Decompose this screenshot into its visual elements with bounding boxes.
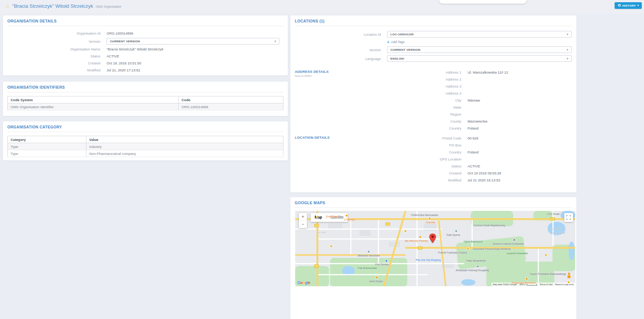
version-select[interactable]: CURRENT VERSION ▾ — [107, 38, 279, 45]
location-version-select[interactable]: CURRENT VERSION ▾ — [387, 46, 572, 53]
field-label: Address 4 — [290, 91, 468, 95]
map-road — [350, 218, 351, 256]
map-road — [378, 218, 379, 263]
map-attribution: Map data ©2022 Google 500 m Terms of Use… — [491, 283, 575, 286]
field-row: GPS Location — [290, 156, 576, 163]
zoom-in-button[interactable]: + — [299, 213, 307, 220]
table-cell: ORG-100014899 — [179, 103, 283, 110]
map-poi-marker[interactable] — [477, 266, 479, 267]
field-value: Mazowieckie — [468, 119, 487, 123]
map-park-area — [330, 258, 407, 286]
map-poi-marker[interactable] — [419, 236, 421, 238]
language-select[interactable]: ENGLISH ▾ — [387, 55, 572, 62]
map-poi-marker[interactable] — [405, 230, 407, 232]
map-poi-marker[interactable] — [545, 254, 547, 256]
road-shield-icon[interactable] — [315, 265, 319, 267]
field-row: Address 4 — [290, 90, 576, 97]
field-value: Oct 19 2016 09:55:29 — [468, 171, 501, 175]
history-button[interactable]: ⟲ HISTORY ▾ — [615, 2, 642, 9]
map-poi-marker[interactable] — [386, 260, 387, 262]
address-details-heading: ADDRESS DETAILS — [295, 70, 329, 74]
field-row: Created Oct 19 2016 09:55:29 — [290, 170, 576, 177]
map-pin-icon[interactable] — [429, 234, 436, 243]
field-row: Version CURRENT VERSION ▾ — [3, 37, 288, 46]
map-data-credit: Map data ©2022 Google — [493, 283, 517, 286]
google-maps-card: GOOGLE MAPS — [290, 197, 576, 319]
location-id-select[interactable]: LOC-100041195 ▾ — [387, 31, 572, 38]
map-poi-marker[interactable] — [514, 239, 515, 241]
field-value: Ul. Marszalkowska 11/I 12 — [468, 70, 508, 74]
field-value: Poland — [468, 150, 479, 154]
chevron-down-icon: ▾ — [567, 57, 568, 60]
map-canvas[interactable]: + − Map Satellite Google Map data ©2022 … — [295, 211, 575, 286]
map-poi-marker[interactable] — [330, 245, 332, 247]
map-poi-marker[interactable] — [467, 248, 469, 250]
map-poi-marker[interactable] — [429, 218, 431, 220]
version-select-value: CURRENT VERSION — [110, 40, 140, 43]
field-label: Organisation Name — [3, 47, 107, 51]
report-map-error-link[interactable]: Report a map error — [555, 283, 574, 286]
location-details-section: LOCATION DETAILS Postal Code 00-626 PO B… — [290, 135, 576, 184]
identifiers-table: Code System Code OMS Organisation Identi… — [7, 96, 283, 110]
field-value: Poland — [468, 126, 479, 130]
field-label: State — [290, 105, 468, 109]
field-value: Jul 21 2020 16:13:53 — [468, 178, 500, 182]
map-poi-marker[interactable] — [455, 230, 457, 232]
field-label: Location Id — [290, 32, 387, 36]
field-label: Country — [290, 126, 468, 130]
field-label: Country — [290, 150, 468, 154]
road-shield-icon[interactable] — [551, 218, 555, 220]
field-row: Version CURRENT VERSION ▾ — [290, 45, 576, 54]
road-shield-icon[interactable] — [386, 223, 390, 226]
terms-of-use-link[interactable]: Terms of Use — [540, 283, 552, 286]
page-subtitle: OMS Organisation — [96, 5, 121, 8]
road-shield-icon[interactable] — [315, 224, 319, 227]
map-poi-label: Teatr Syrena — [447, 234, 460, 236]
field-row: Address 3 — [290, 83, 576, 90]
map-poi-label: Charlotta — [426, 221, 435, 224]
map-poi-marker[interactable] — [346, 215, 348, 217]
road-shield-icon[interactable] — [418, 247, 422, 249]
address-details-section: ADDRESS DETAILS Row Id 49597 Address 1 U… — [290, 69, 576, 132]
map-road — [317, 274, 427, 275]
field-row: Status ACTIVE — [290, 163, 576, 170]
field-row: County Mazowieckie — [290, 118, 576, 125]
map-major-road — [295, 254, 405, 256]
field-value: Oct 19, 2016 10:51:50 — [107, 61, 141, 65]
field-label: Modified — [3, 68, 107, 72]
table-cell: Industry — [86, 143, 283, 150]
field-label: Address 2 — [290, 77, 468, 81]
map-road — [538, 248, 539, 286]
zoom-out-button[interactable]: − — [299, 221, 307, 228]
map-poi-marker[interactable] — [368, 251, 370, 253]
map-poi-marker[interactable] — [526, 278, 528, 280]
map-building — [424, 224, 436, 231]
column-header: Code System — [8, 96, 179, 103]
locations-heading: LOCATIONS (1) — [295, 15, 572, 26]
chevron-down-icon: ▾ — [567, 48, 568, 52]
map-building — [359, 230, 371, 236]
map-water-area — [461, 279, 475, 286]
column-header: Code — [179, 96, 283, 103]
add-tags-button[interactable]: + Add Tags — [387, 39, 576, 45]
add-tags-label: Add Tags — [391, 40, 404, 44]
chevron-down-icon: ▾ — [567, 33, 568, 36]
pegman-icon[interactable] — [567, 273, 571, 278]
map-poi-marker[interactable] — [376, 277, 378, 279]
favorite-star-icon[interactable]: ☆ — [5, 3, 10, 9]
location-version-value: CURRENT VERSION — [390, 48, 421, 52]
fullscreen-button[interactable] — [564, 213, 573, 222]
field-value: Jul 21, 2020 17:13:52 — [107, 68, 140, 72]
field-row: PO Box — [290, 142, 576, 149]
map-poi-marker[interactable] — [568, 281, 570, 283]
field-label: GPS Location — [290, 157, 468, 161]
google-logo[interactable]: Google — [297, 280, 310, 285]
field-row: City Warsaw — [290, 97, 576, 104]
map-type-satellite-button[interactable]: Satellite — [326, 213, 348, 222]
map-type-map-button[interactable]: Map — [311, 213, 326, 222]
table-cell: Type — [8, 143, 86, 150]
field-label: Language — [290, 57, 387, 61]
field-row: Location Id LOC-100041195 ▾ — [290, 30, 576, 39]
field-row: Country Poland — [290, 149, 576, 156]
map-poi-marker[interactable] — [316, 216, 318, 218]
